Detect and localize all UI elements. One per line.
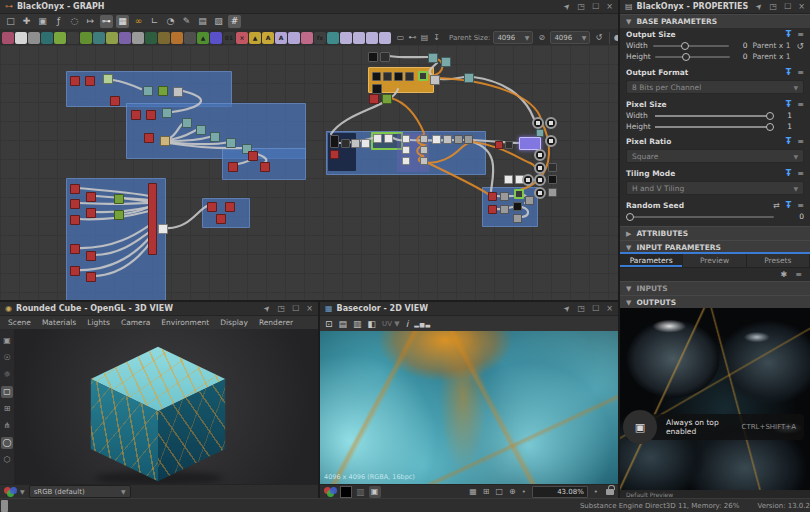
close-icon[interactable]: × [306,305,313,313]
graph-node[interactable] [372,72,381,81]
graph-node[interactable] [85,76,95,86]
graph-node[interactable] [103,74,113,84]
snapshot-icon[interactable]: ▣ [36,15,49,28]
height-value[interactable]: 0 [735,52,748,61]
node-view-icon[interactable]: ⊶ [100,15,113,28]
graph-node[interactable] [210,132,220,142]
shuffle-icon[interactable]: ⇄ [773,201,780,210]
graph-node[interactable] [420,135,428,143]
expose-parameter-icon[interactable]: Ŧ [786,137,791,146]
graph-node[interactable] [380,52,390,62]
expose-parameter-icon[interactable]: Ŧ [786,30,791,39]
graph-node[interactable] [86,192,96,202]
atlas-node-button-13[interactable] [158,32,170,44]
environment-icon[interactable]: ☼ [1,369,13,381]
float-icon[interactable]: ◳ [770,3,778,11]
graph-node[interactable] [86,251,96,261]
attributes-header[interactable]: ▶ ATTRIBUTES [620,226,810,240]
output-node-badge[interactable] [522,174,534,186]
color-management-icon[interactable] [324,487,336,497]
random-seed-value[interactable]: 0 [790,212,804,221]
image-filtering-icon[interactable]: ▣ [369,486,381,498]
atlas-node-button-15[interactable] [184,32,196,44]
graph-node[interactable] [513,202,522,211]
list-options-icon[interactable]: ≡ [795,270,802,279]
tab-presets[interactable]: Presets [747,254,810,267]
pixel-width-value[interactable]: 1 [778,111,792,120]
pin-icon[interactable]: ➤ [562,303,572,313]
graph-node[interactable] [361,139,370,148]
transform-icon[interactable]: ⊞ [1,403,13,415]
atlas-node-button-29[interactable] [366,32,378,44]
parameter-menu-icon[interactable]: ≡ [797,201,804,210]
atlas-node-button-1[interactable] [2,32,14,44]
align-horizontal-icon[interactable]: ●● [615,32,618,44]
graph-node[interactable] [110,96,120,106]
pin-icon[interactable]: ➤ [562,1,572,11]
graph-node[interactable] [548,188,557,197]
pin-icon[interactable]: ➤ [754,1,764,11]
width-slider[interactable] [653,45,729,47]
compute-time-icon[interactable]: ◔ [164,15,177,28]
graph-node-selected[interactable] [519,137,541,150]
zoom-level-field[interactable]: 43.08% [532,486,588,498]
graph-node[interactable] [216,214,226,224]
parameter-menu-icon[interactable]: ≡ [797,68,804,77]
image-preview-icon[interactable]: ▤ [196,15,209,28]
float-icon[interactable]: ◳ [578,305,586,313]
graph-node[interactable] [428,53,438,63]
slider-knob[interactable] [682,53,690,61]
frame-icon[interactable]: □ [495,487,503,496]
graph-node[interactable] [368,52,378,62]
graph-node[interactable] [70,244,80,254]
parameter-menu-icon[interactable]: ≡ [797,137,804,146]
atlas-node-button-28[interactable] [353,32,365,44]
channels-icon[interactable]: ▥ [356,487,365,497]
graph-node[interactable] [330,150,339,159]
sphere-icon[interactable]: ◯ [1,437,13,449]
thumbnail-view-icon[interactable]: ▦ [116,15,129,28]
graph-node[interactable] [500,192,509,201]
graph-node[interactable] [548,175,557,184]
outputs-header[interactable]: ▼ OUTPUTS [620,295,810,309]
atlas-node-button-27[interactable] [340,32,352,44]
graph-node[interactable] [372,84,382,94]
output-node-badge[interactable] [545,135,557,147]
atlas-node-button-2[interactable] [15,32,27,44]
tab-parameters[interactable]: Parameters [620,254,683,267]
graph-node[interactable] [505,141,513,149]
maximize-icon[interactable]: ☐ [292,305,299,313]
parent-size-height-select[interactable]: 4096 ▼ [550,31,590,44]
slider-knob[interactable] [681,42,689,50]
graph-node[interactable] [454,135,463,144]
graph-node[interactable] [394,72,403,81]
tiling-mode-select[interactable]: H and V Tiling ▼ [626,181,804,195]
graph-node[interactable] [225,202,235,212]
graph-node[interactable] [402,135,410,143]
graph-node[interactable] [420,157,428,165]
graph-node[interactable] [148,183,157,255]
atlas-node-button-7[interactable] [80,32,92,44]
graph-node[interactable] [488,192,497,201]
output-node-badge[interactable] [534,187,546,199]
screenshot-icon[interactable]: ▢ [1,386,13,398]
menu-camera[interactable]: Camera [121,318,150,327]
graph-node[interactable] [330,135,339,148]
slider-knob[interactable] [766,112,774,120]
color-management-icon[interactable] [4,487,16,497]
graph-node[interactable] [341,139,350,148]
jump-parent-icon[interactable]: ↦ [84,15,97,28]
parent-size-width-select[interactable]: 4096 ▼ [493,31,533,44]
graph-node[interactable] [420,146,428,154]
output-node-badge[interactable] [532,117,544,129]
graph-node[interactable] [260,162,270,172]
graph-node[interactable] [464,73,474,83]
graph-node[interactable] [513,214,522,223]
atlas-node-button-21[interactable]: A [262,32,274,44]
menu-materials[interactable]: Materials [42,318,76,327]
menu-lights[interactable]: Lights [87,318,110,327]
dot-node-icon[interactable]: ⊷ [407,32,418,44]
menu-renderer[interactable]: Renderer [259,318,293,327]
info-icon[interactable]: i [406,319,409,329]
transform-uv-icon[interactable]: ◧ [368,319,377,329]
